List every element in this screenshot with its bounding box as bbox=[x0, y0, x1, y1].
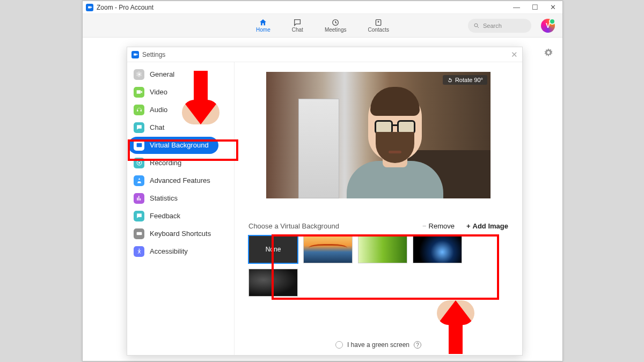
window-title: Zoom - Pro Account bbox=[97, 4, 153, 11]
sidebar-item-video[interactable]: Video bbox=[127, 83, 234, 101]
settings-titlebar: Settings ✕ bbox=[127, 47, 522, 62]
settings-body: GeneralVideoAudioChatVirtual BackgroundR… bbox=[127, 62, 522, 355]
nav-home-label: Home bbox=[256, 27, 270, 33]
search-placeholder: Search bbox=[483, 23, 502, 29]
zoom-app-window: Zoom - Pro Account — ☐ ✕ Home Chat Meeti… bbox=[82, 1, 563, 361]
chat-icon bbox=[292, 18, 302, 27]
rotate-icon bbox=[447, 77, 453, 83]
maximize-button[interactable]: ☐ bbox=[532, 3, 538, 11]
settings-content: Rotate 90° Choose a Virtual Background −… bbox=[235, 62, 522, 355]
settings-gear-icon[interactable] bbox=[544, 48, 553, 59]
sidebar-item-label: Recording bbox=[150, 159, 181, 167]
nav-contacts[interactable]: Contacts bbox=[368, 18, 389, 33]
sidebar-icon bbox=[134, 69, 144, 80]
svg-point-3 bbox=[474, 24, 478, 27]
green-screen-label: I have a green screen bbox=[347, 341, 409, 349]
sidebar-item-label: Chat bbox=[150, 123, 164, 131]
sidebar-item-statistics[interactable]: Statistics bbox=[127, 189, 234, 207]
zoom-logo-icon bbox=[86, 4, 93, 11]
vb-thumb-none[interactable]: None bbox=[248, 235, 298, 263]
sidebar-icon bbox=[134, 158, 144, 168]
clock-icon bbox=[331, 18, 340, 27]
sidebar-item-general[interactable]: General bbox=[127, 65, 234, 83]
sidebar-icon bbox=[134, 87, 144, 98]
rotate-button[interactable]: Rotate 90° bbox=[443, 75, 487, 85]
main-nav: Home Chat Meetings Contacts bbox=[256, 18, 389, 33]
sidebar-item-label: Advanced Features bbox=[150, 176, 210, 184]
nav-chat[interactable]: Chat bbox=[292, 18, 303, 33]
sidebar-item-label: General bbox=[150, 70, 174, 78]
sidebar-icon bbox=[134, 105, 144, 115]
svg-text:!: ! bbox=[138, 214, 138, 217]
settings-close-button[interactable]: ✕ bbox=[511, 50, 518, 60]
svg-point-2 bbox=[378, 21, 379, 23]
sidebar-item-chat[interactable]: Chat bbox=[127, 119, 234, 136]
green-screen-row: I have a green screen ? bbox=[235, 341, 522, 349]
video-preview: Rotate 90° bbox=[266, 72, 491, 198]
sidebar-item-label: Video bbox=[150, 88, 167, 96]
sidebar-item-accessibility[interactable]: Accessibility bbox=[127, 242, 234, 260]
nav-meetings[interactable]: Meetings bbox=[325, 18, 347, 33]
search-icon bbox=[473, 23, 480, 29]
vb-thumb-space[interactable] bbox=[413, 235, 462, 263]
nav-meetings-label: Meetings bbox=[325, 27, 347, 33]
sidebar-icon bbox=[134, 246, 144, 257]
search-input[interactable]: Search bbox=[468, 19, 531, 33]
window-controls: — ☐ ✕ bbox=[513, 3, 559, 11]
vb-section-header: Choose a Virtual Background − Remove + A… bbox=[248, 222, 508, 230]
sidebar-icon bbox=[134, 140, 144, 151]
sidebar-icon bbox=[134, 175, 144, 186]
choose-vb-label: Choose a Virtual Background bbox=[248, 222, 339, 230]
home-icon bbox=[258, 18, 268, 27]
add-label: Add Image bbox=[473, 222, 508, 230]
sidebar-item-label: Statistics bbox=[150, 194, 178, 202]
zoom-logo-icon bbox=[131, 51, 139, 58]
vb-thumb-custom[interactable] bbox=[248, 269, 298, 297]
sidebar-icon bbox=[134, 193, 144, 204]
nav-home[interactable]: Home bbox=[256, 18, 270, 33]
sidebar-item-label: Feedback bbox=[150, 212, 180, 220]
sidebar-item-advanced-features[interactable]: Advanced Features bbox=[127, 172, 234, 189]
sidebar-item-keyboard-shortcuts[interactable]: Keyboard Shortcuts bbox=[127, 225, 234, 242]
sidebar-icon bbox=[134, 122, 144, 133]
svg-rect-10 bbox=[136, 232, 142, 235]
remove-label: Remove bbox=[429, 222, 455, 230]
help-icon[interactable]: ? bbox=[414, 341, 421, 349]
sidebar-item-recording[interactable]: Recording bbox=[127, 154, 234, 172]
sidebar-item-label: Virtual Background bbox=[150, 141, 209, 149]
svg-point-8 bbox=[138, 162, 140, 164]
sidebar-item-label: Audio bbox=[150, 106, 167, 114]
sidebar-item-virtual-background[interactable]: Virtual Background bbox=[127, 136, 234, 154]
svg-point-11 bbox=[138, 249, 140, 250]
settings-window: Settings ✕ GeneralVideoAudioChatVirtual … bbox=[127, 47, 523, 356]
titlebar: Zoom - Pro Account — ☐ ✕ bbox=[83, 1, 562, 14]
contacts-icon bbox=[374, 18, 383, 27]
sidebar-icon bbox=[134, 228, 144, 239]
settings-sidebar: GeneralVideoAudioChatVirtual BackgroundR… bbox=[127, 62, 235, 355]
add-image-button[interactable]: + Add Image bbox=[466, 222, 508, 230]
vb-thumb-bridge[interactable] bbox=[303, 235, 353, 263]
sidebar-icon: ! bbox=[134, 211, 144, 221]
vb-none-label: None bbox=[266, 246, 281, 253]
vb-thumbnails: None bbox=[248, 235, 474, 297]
svg-point-6 bbox=[138, 144, 140, 146]
vb-thumb-grass[interactable] bbox=[358, 235, 407, 263]
preview-person bbox=[331, 80, 443, 198]
sidebar-item-label: Accessibility bbox=[150, 247, 188, 255]
sidebar-item-label: Keyboard Shortcuts bbox=[150, 230, 211, 238]
remove-image-button[interactable]: − Remove bbox=[422, 222, 455, 230]
sidebar-item-feedback[interactable]: !Feedback bbox=[127, 207, 234, 225]
sidebar-item-audio[interactable]: Audio bbox=[127, 101, 234, 119]
nav-contacts-label: Contacts bbox=[368, 27, 389, 33]
rotate-label: Rotate 90° bbox=[455, 77, 483, 83]
green-screen-checkbox[interactable] bbox=[335, 341, 343, 349]
close-button[interactable]: ✕ bbox=[550, 3, 556, 11]
main-toolbar: Home Chat Meetings Contacts Search V bbox=[83, 14, 562, 38]
avatar[interactable]: V bbox=[541, 19, 555, 33]
minimize-button[interactable]: — bbox=[513, 3, 520, 11]
settings-title-text: Settings bbox=[142, 51, 165, 58]
nav-chat-label: Chat bbox=[292, 27, 303, 33]
